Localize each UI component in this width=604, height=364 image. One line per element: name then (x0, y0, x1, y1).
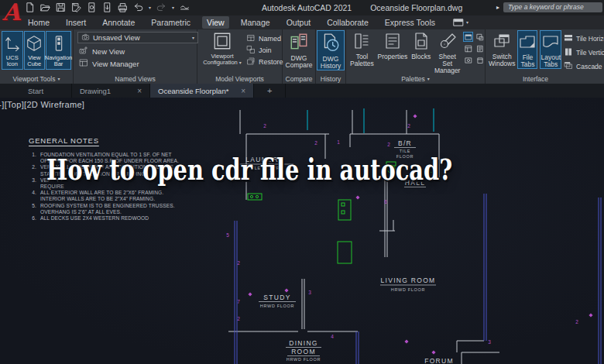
open-file-icon[interactable] (40, 2, 50, 12)
tab-parametric[interactable]: Parametric (146, 16, 195, 29)
search-box[interactable]: ▸ Type a keyword or phrase (496, 2, 602, 12)
file-tab-bar: Start Drawing1 × Oceanside Floorplan* × … (0, 84, 604, 98)
dimension-number: 2 (237, 316, 240, 321)
workspace-icon[interactable] (180, 2, 190, 12)
save-icon[interactable] (56, 2, 66, 12)
autocad-logo-icon[interactable]: A (2, 1, 20, 24)
sheet-set-icon (438, 32, 457, 53)
dwg-compare-button[interactable]: DWG Compare (283, 30, 314, 69)
file-tab-drawing1[interactable]: Drawing1 × (72, 84, 150, 98)
tab-annotate[interactable]: Annotate (98, 16, 139, 29)
new-view-button[interactable]: New View (79, 46, 125, 57)
dwg-history-icon (321, 33, 341, 56)
viewport-configuration-button[interactable]: Viewport Configuration ▾ (201, 31, 243, 67)
tab-insert[interactable]: Insert (61, 16, 91, 29)
panel-history: DWG History History (316, 29, 346, 84)
tile-horizontally-button[interactable]: Tile Horizontally (564, 33, 604, 44)
redo-dropdown-icon[interactable]: ▾ (172, 5, 174, 10)
view-cube-button[interactable]: View Cube (24, 31, 46, 70)
search-expand-icon[interactable]: ▸ (496, 4, 499, 11)
panel-label-palettes[interactable]: Palettes▾ (346, 75, 485, 83)
tab-collaborate[interactable]: Collaborate (322, 16, 373, 29)
blocks-button[interactable]: Blocks (410, 30, 431, 60)
room-label-living: LIVING ROOM (381, 276, 436, 284)
close-tab-icon[interactable]: × (241, 87, 245, 95)
dimension-number: 2 (237, 260, 240, 266)
dimension-number: 3 (308, 290, 311, 295)
named-viewports-button[interactable]: Named (246, 33, 283, 44)
layout-tabs-icon (541, 33, 560, 54)
dimension-number: 4 (331, 334, 334, 339)
file-tab-oceanside-floorplan[interactable]: Oceanside Floorplan* × (150, 84, 254, 98)
close-tab-icon[interactable]: × (137, 87, 142, 95)
undo-dropdown-icon[interactable]: ▾ (149, 5, 151, 10)
tab-express-tools[interactable]: Express Tools (380, 16, 440, 29)
tool-palettes-icon (352, 32, 371, 53)
tab-home[interactable]: Home (23, 16, 54, 29)
restore-viewports-button[interactable]: Restore (246, 56, 283, 67)
tool-palettes-button[interactable]: Tool Palettes (349, 30, 375, 67)
join-icon (246, 45, 256, 56)
room-label-dining-1: DINING (289, 339, 318, 347)
small-palette-button-6[interactable] (475, 55, 485, 65)
panel-label-compare: Compare (283, 75, 315, 83)
small-palette-button-3[interactable] (463, 43, 473, 53)
dwg-history-button[interactable]: DWG History (317, 30, 345, 70)
publish-icon[interactable] (102, 2, 112, 12)
save-as-icon[interactable] (71, 2, 81, 12)
tab-output[interactable]: Output (282, 16, 316, 29)
panel-label-model-viewports: Model Viewports (197, 75, 282, 83)
tile-vertical-icon (564, 47, 573, 58)
restore-icon (246, 57, 256, 67)
view-manager-button[interactable]: View Manager (79, 58, 139, 69)
dimension-number: 5 (226, 232, 229, 238)
panel-model-viewports: Viewport Configuration ▾ Named Join Rest… (197, 29, 283, 84)
thumbnail-headline: How to open cdr file in autocad? (46, 155, 452, 184)
view-manager-icon (79, 58, 88, 69)
panel-label-viewport-tools[interactable]: Viewport Tools▾ (0, 75, 73, 83)
combo-caret-icon: ▾ (192, 36, 194, 40)
drawing-canvas[interactable]: [-][Top][2D Wireframe] CL LAUNDRY TILE F… (0, 98, 604, 364)
tab-view[interactable]: View (202, 16, 229, 29)
dimension-number: 2 (407, 123, 410, 129)
small-palette-button-4[interactable] (475, 43, 485, 53)
view-combo[interactable]: Unsaved View ▾ (77, 32, 198, 43)
ucs-icon-button[interactable]: UCS Icon (2, 31, 23, 70)
cascade-icon (564, 61, 573, 72)
small-palette-button-2[interactable] (475, 32, 485, 42)
small-palette-button-1[interactable] (463, 32, 473, 42)
palettes-small-buttons (463, 30, 485, 65)
tab-manage[interactable]: Manage (236, 16, 275, 29)
file-tabs-button[interactable]: File Tabs (517, 30, 537, 69)
switch-windows-button[interactable]: Switch Windows (489, 30, 515, 67)
dimension-number: 2 (314, 140, 317, 146)
general-note: 4.ALL EXTERIOR WALL ARE TO BE 2"X6" FRAM… (29, 190, 214, 202)
tile-vertically-button[interactable]: Tile Vertically (564, 47, 604, 58)
navigation-bar-button[interactable]: Navigation Bar (46, 31, 71, 70)
new-drawing-tab-button[interactable]: + (254, 84, 286, 98)
split-caret-icon: ▾ (239, 60, 242, 65)
dimension-number: 2 (387, 142, 390, 147)
file-tab-start[interactable]: Start (0, 84, 72, 98)
quick-access-toolbar: ▾ ▾ (25, 2, 190, 12)
room-label-study: STUDY (263, 294, 290, 301)
search-input[interactable]: Type a keyword or phrase (503, 2, 602, 12)
sheet-set-manager-button[interactable]: Sheet Set Manager (434, 30, 461, 74)
new-file-icon[interactable] (25, 2, 35, 12)
plot-icon[interactable] (87, 2, 97, 12)
room-floor-living: HRWD FLOOR (391, 287, 425, 292)
cube-icon (26, 35, 43, 55)
camera-icon (81, 33, 90, 43)
autocad-window: ▾ ▾ Autodesk AutoCAD 2021 Oceanside Floo… (0, 0, 604, 364)
new-view-icon (79, 46, 88, 57)
properties-button[interactable]: Properties (377, 30, 408, 60)
cascade-button[interactable]: Cascade (564, 61, 604, 72)
ribbon-display-toggle[interactable]: ▾ (453, 19, 468, 26)
print-icon[interactable] (118, 2, 128, 12)
join-viewports-button[interactable]: Join (246, 44, 283, 56)
undo-icon[interactable] (133, 2, 143, 12)
redo-icon[interactable] (156, 2, 166, 12)
layout-tabs-button[interactable]: Layout Tabs (540, 30, 561, 69)
marker-diamond (284, 288, 288, 292)
small-palette-button-5[interactable] (463, 55, 473, 65)
